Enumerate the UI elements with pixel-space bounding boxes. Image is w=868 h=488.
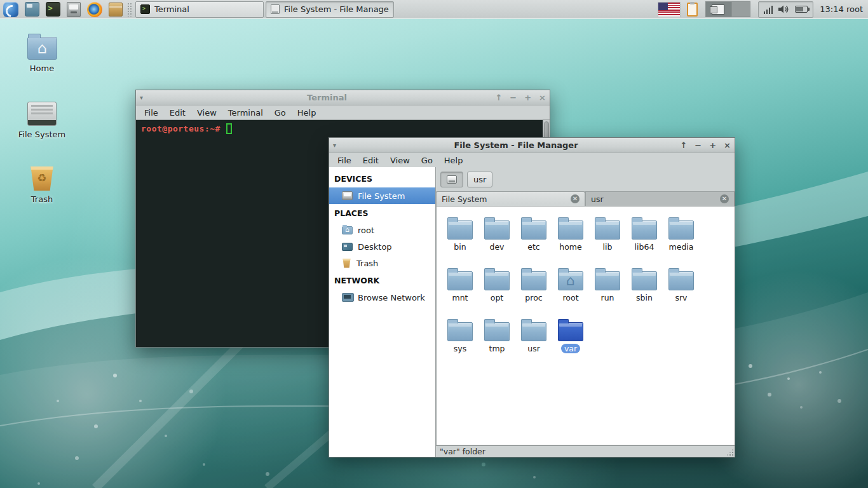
terminal-menubar: File Edit View Terminal Go Help xyxy=(136,105,550,119)
home-emblem-icon: ⌂ xyxy=(559,272,583,290)
folder-item-sbin[interactable]: sbin xyxy=(626,268,663,313)
maximize-icon[interactable]: + xyxy=(709,139,716,152)
folder-label: tmp xyxy=(485,344,508,353)
terminal-titlebar[interactable]: ▾ Terminal ↑ − + × xyxy=(136,90,550,105)
desktop-icon-label: File System xyxy=(13,130,71,139)
fm-menu-go[interactable]: Go xyxy=(416,154,438,167)
folder-item-opt[interactable]: opt xyxy=(478,268,515,313)
sidebar-item-label: root xyxy=(358,226,374,235)
terminal-menu-terminal[interactable]: Terminal xyxy=(222,106,269,119)
terminal-menu-edit[interactable]: Edit xyxy=(164,106,191,119)
fm-menu-file[interactable]: File xyxy=(332,154,357,167)
file-manager-window-title: File System - File Manager xyxy=(355,140,677,150)
firefox-launcher-button[interactable] xyxy=(86,1,103,18)
task-label: Terminal xyxy=(154,4,189,14)
terminal-menu-view[interactable]: View xyxy=(191,106,222,119)
sidebar-header-network: NETWORK xyxy=(329,271,435,289)
tab-close-icon[interactable]: ✕ xyxy=(720,194,729,203)
porteus-menu-button[interactable] xyxy=(3,1,19,18)
terminal-menu-go[interactable]: Go xyxy=(269,106,292,119)
folder-item-usr[interactable]: usr xyxy=(515,318,552,364)
folder-label: srv xyxy=(672,293,690,302)
folder-item-tmp[interactable]: tmp xyxy=(478,318,515,364)
tab-close-icon[interactable]: ✕ xyxy=(571,194,580,203)
fm-menu-edit[interactable]: Edit xyxy=(357,154,384,167)
folder-item-run[interactable]: run xyxy=(589,268,626,313)
house-glyph-icon: ⌂ xyxy=(28,39,57,58)
trash-icon xyxy=(342,259,351,268)
clock[interactable]: 13:14 root xyxy=(820,4,863,14)
folder-item-etc[interactable]: etc xyxy=(515,217,552,262)
shade-icon[interactable]: ↑ xyxy=(495,91,502,105)
folder-item-home[interactable]: home xyxy=(552,217,589,262)
folder-item-dev[interactable]: dev xyxy=(478,217,515,262)
clipboard-manager-icon[interactable] xyxy=(687,3,698,17)
folder-icon: ⌂ xyxy=(558,271,583,290)
show-desktop-button[interactable] xyxy=(24,1,40,18)
folder-item-lib64[interactable]: lib64 xyxy=(626,217,663,262)
recycle-glyph-icon: ♻ xyxy=(29,172,55,184)
battery-icon[interactable] xyxy=(795,6,808,13)
desktop-icon-file-system[interactable]: File System xyxy=(13,102,71,139)
workspace-switcher xyxy=(705,1,750,17)
fm-menu-help[interactable]: Help xyxy=(438,154,469,167)
tab-usr[interactable]: usr ✕ xyxy=(585,191,735,206)
folder-item-srv[interactable]: srv xyxy=(663,268,700,313)
task-button-terminal[interactable]: > Terminal xyxy=(135,1,264,18)
sidebar-item-desktop[interactable]: Desktop xyxy=(329,238,435,255)
folder-item-var[interactable]: var xyxy=(552,318,589,364)
sidebar-item-browse-network[interactable]: Browse Network xyxy=(329,289,435,306)
workspace-2[interactable] xyxy=(731,2,750,17)
folder-item-bin[interactable]: bin xyxy=(442,217,478,262)
window-menu-icon[interactable]: ▾ xyxy=(140,94,150,101)
minimize-icon[interactable]: − xyxy=(510,91,517,105)
shade-icon[interactable]: ↑ xyxy=(680,139,687,152)
file-manager-launcher-button[interactable] xyxy=(65,1,82,18)
folder-label: sbin xyxy=(633,293,656,302)
folder-item-media[interactable]: media xyxy=(663,217,700,262)
window-menu-icon[interactable]: ▾ xyxy=(333,142,343,149)
folder-item-proc[interactable]: proc xyxy=(515,268,552,313)
file-grid: bindevetchomeliblib64mediamntoptproc⌂roo… xyxy=(437,207,735,369)
folder-label: etc xyxy=(524,242,543,252)
package-manager-button[interactable] xyxy=(107,1,124,18)
firefox-icon xyxy=(87,2,102,17)
task-button-file-manager[interactable]: File System - File Manager xyxy=(266,1,394,18)
workspace-1[interactable] xyxy=(706,2,731,17)
desktop-icon-trash[interactable]: ♻ Trash xyxy=(13,166,71,204)
desktop-icon-home[interactable]: ⌂ Home xyxy=(13,37,71,73)
sidebar-item-root[interactable]: root xyxy=(329,222,435,238)
maximize-icon[interactable]: + xyxy=(524,91,531,105)
volume-icon[interactable] xyxy=(778,4,790,14)
pathbar-root-button[interactable] xyxy=(440,172,463,187)
file-manager-titlebar[interactable]: ▾ File System - File Manager ↑ − + × xyxy=(329,138,735,153)
sidebar-header-places: PLACES xyxy=(329,204,435,222)
network-signal-icon[interactable] xyxy=(764,5,773,14)
folder-icon xyxy=(521,220,546,240)
close-icon[interactable]: × xyxy=(539,91,546,105)
sidebar-item-label: Trash xyxy=(356,259,378,268)
fm-file-view[interactable]: bindevetchomeliblib64mediamntoptproc⌂roo… xyxy=(436,206,735,445)
folder-item-lib[interactable]: lib xyxy=(589,217,626,262)
minimize-icon[interactable]: − xyxy=(695,139,702,152)
close-icon[interactable]: × xyxy=(724,139,731,152)
tab-file-system[interactable]: File System ✕ xyxy=(436,191,585,206)
folder-icon xyxy=(521,271,546,290)
terminal-cursor xyxy=(226,123,232,134)
folder-item-mnt[interactable]: mnt xyxy=(442,268,478,313)
fm-menu-view[interactable]: View xyxy=(384,154,416,167)
folder-item-root[interactable]: ⌂root xyxy=(552,268,589,313)
sidebar-item-file-system[interactable]: File System xyxy=(329,187,435,204)
pathbar-usr-button[interactable]: usr xyxy=(467,172,492,187)
keyboard-layout-us-flag-icon[interactable] xyxy=(658,2,681,17)
terminal-menu-help[interactable]: Help xyxy=(292,106,322,119)
resize-grip[interactable] xyxy=(732,454,733,456)
terminal-launcher-button[interactable]: > xyxy=(44,1,61,18)
sidebar-item-trash[interactable]: Trash xyxy=(329,255,435,271)
folder-icon xyxy=(558,220,583,240)
fm-sidebar: DEVICES File System PLACES root Desktop … xyxy=(329,167,436,457)
terminal-menu-file[interactable]: File xyxy=(139,106,164,119)
folder-label: root xyxy=(559,293,581,302)
folder-label: bin xyxy=(451,242,469,252)
folder-item-sys[interactable]: sys xyxy=(442,318,478,364)
